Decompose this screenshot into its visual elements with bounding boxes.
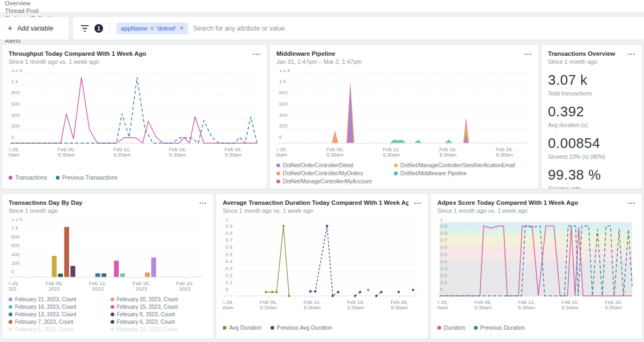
legend-dot-icon: [9, 328, 12, 331]
legend-item[interactable]: DotNet/Middleware Pipeline: [394, 169, 532, 177]
svg-text:5:30am: 5:30am: [561, 304, 579, 310]
svg-text:5:30am: 5:30am: [225, 152, 242, 158]
legend-dot-icon: [437, 326, 441, 330]
middleware-chart: 02004006008001 k1.2 kJan 29,5:30amFeb 05…: [276, 69, 532, 161]
svg-text:5:30am: 5:30am: [260, 304, 277, 310]
svg-text:1: 1: [440, 218, 443, 222]
svg-text:0.8: 0.8: [440, 230, 447, 236]
stat-label: Success rate: [548, 185, 635, 189]
svg-text:200: 200: [11, 260, 20, 266]
legend-dot-icon: [394, 172, 398, 175]
svg-text:800: 800: [11, 234, 20, 240]
svg-text:5:30am: 5:30am: [518, 304, 535, 310]
legend-item[interactable]: Duration: [437, 324, 465, 331]
legend-dot-icon: [9, 176, 12, 180]
legend-item[interactable]: February 6, 2023, Count: [111, 318, 207, 325]
card-menu-icon[interactable]: ...: [628, 197, 635, 205]
chip-operator: =: [150, 25, 154, 32]
chip-value: 'dotnet': [157, 25, 176, 32]
svg-text:5:30am: 5:30am: [383, 152, 400, 158]
legend-dot-icon: [9, 320, 12, 324]
svg-text:1: 1: [225, 218, 228, 222]
card-subtitle: Since 1 month ago: [9, 207, 194, 214]
svg-text:0: 0: [225, 286, 228, 292]
legend-item[interactable]: February 5, 2023, Count: [9, 325, 105, 333]
throughput-card: Throughput Today Compared With 1 Week Ag…: [2, 45, 267, 189]
svg-text:1.2 k: 1.2 k: [11, 218, 23, 222]
stat-label: Avg duration (s): [548, 122, 635, 128]
svg-text:5:30am: 5:30am: [474, 304, 492, 310]
card-menu-icon[interactable]: ...: [628, 48, 635, 56]
plus-icon: +: [8, 24, 12, 33]
legend-dot-icon: [111, 320, 114, 324]
legend-item[interactable]: DotNet/ManageController/SendVerification…: [394, 161, 532, 169]
chip-remove-icon[interactable]: ×: [180, 25, 184, 32]
svg-text:0.4: 0.4: [440, 258, 447, 264]
svg-text:200: 200: [11, 123, 20, 129]
stat-value: 99.38 %: [548, 167, 635, 183]
svg-text:5:30am: 5:30am: [347, 304, 364, 310]
stat-value: 3.07 k: [548, 72, 635, 88]
day-by-day-chart: 02004006008001 k1.2 kJan 29,2023Feb 05,2…: [9, 218, 207, 295]
search-input[interactable]: [193, 25, 636, 32]
legend-item[interactable]: February 8, 2023, Count: [111, 310, 207, 318]
card-menu-icon[interactable]: ...: [199, 197, 207, 205]
legend-item[interactable]: February 7, 2023, Count: [9, 318, 105, 325]
legend-item[interactable]: Previous Duration: [474, 324, 525, 331]
legend-item[interactable]: DotNet/OrderController/MyOrders: [276, 169, 389, 177]
stat-value: 0.00854: [548, 135, 635, 152]
svg-text:2023: 2023: [136, 286, 147, 292]
filter-chip-appname[interactable]: appName = 'dotnet' ×: [116, 23, 188, 34]
legend-item[interactable]: Previous Avg Duration: [270, 324, 333, 331]
day-by-day-card: Transactions Day By Day Since 1 month ag…: [2, 194, 213, 339]
legend-item[interactable]: February 15, 2023, Count: [111, 303, 207, 310]
svg-text:600: 600: [11, 242, 20, 248]
top-nav: OverviewThread PoolGarbage CollectionTra…: [0, 0, 644, 13]
legend-item[interactable]: February 16, 2023, Count: [9, 303, 105, 310]
add-variable-button[interactable]: + Add variable: [0, 17, 69, 40]
card-menu-icon[interactable]: ...: [524, 48, 532, 56]
adpex-card: Adpex Score Today Compared With 1 Week A…: [431, 194, 642, 339]
legend-item[interactable]: February 12, 2023, Count: [111, 325, 207, 333]
svg-text:1 k: 1 k: [11, 225, 18, 231]
svg-text:400: 400: [279, 112, 288, 118]
legend-item[interactable]: DotNet/OrderController/Detail: [276, 161, 389, 169]
card-menu-icon[interactable]: ...: [414, 197, 421, 205]
svg-text:0.9: 0.9: [440, 223, 447, 229]
svg-text:5:30am: 5:30am: [326, 152, 343, 158]
stat-label: Total transactions: [548, 90, 635, 96]
svg-text:2023: 2023: [179, 286, 191, 292]
svg-text:0: 0: [440, 286, 443, 292]
adpex-canvas: 00.10.20.30.40.50.60.70.80.91Jan 29,5:30…: [437, 218, 635, 312]
svg-text:0.5: 0.5: [225, 251, 232, 257]
legend-item[interactable]: February 20, 2023, Count: [111, 295, 207, 303]
card-title: Middleware Pipeline: [276, 50, 519, 57]
transactions-overview-card: Transactions Overview Since 1 month ago …: [541, 45, 642, 189]
legend-item[interactable]: Previous Transactions: [56, 174, 118, 181]
svg-text:0.2: 0.2: [225, 272, 232, 278]
svg-text:2023: 2023: [92, 286, 104, 292]
legend-item[interactable]: Transactions: [9, 174, 47, 181]
svg-text:0.7: 0.7: [225, 237, 232, 243]
stat-label: Slowest 10% (s) (90%): [548, 153, 635, 160]
throughput-legend: TransactionsPrevious Transactions: [9, 174, 260, 183]
nav-tab[interactable]: Overview: [4, 0, 58, 8]
nav-tab[interactable]: Thread Pool: [4, 8, 58, 15]
legend-dot-icon: [276, 180, 280, 183]
legend-dot-icon: [276, 163, 280, 167]
avg-duration-chart: 00.10.20.30.40.50.60.70.80.91Jan 29,5:30…: [223, 218, 421, 314]
card-menu-icon[interactable]: ...: [253, 48, 260, 56]
svg-text:1.2 k: 1.2 k: [279, 69, 290, 73]
filter-count-badge: 1: [94, 24, 103, 33]
legend-item[interactable]: February 21, 2023, Count: [9, 295, 105, 303]
legend-item[interactable]: DotNet/ManageController/MyAccount: [276, 177, 389, 185]
legend-item[interactable]: Avg Duration: [223, 324, 262, 331]
adpex-chart: 00.10.20.30.40.50.60.70.80.91Jan 29,5:30…: [437, 218, 635, 314]
svg-text:5:30am: 5:30am: [9, 152, 19, 158]
filter-icon[interactable]: [80, 25, 89, 32]
legend-dot-icon: [56, 176, 60, 180]
avg-duration-card: Average Transaction Duration Today Compa…: [216, 194, 428, 339]
legend-item[interactable]: February 13, 2023, Count: [9, 310, 105, 318]
svg-text:5:30am: 5:30am: [276, 152, 287, 158]
card-subtitle: Since 1 month ago vs. 1 week ago: [437, 207, 623, 214]
